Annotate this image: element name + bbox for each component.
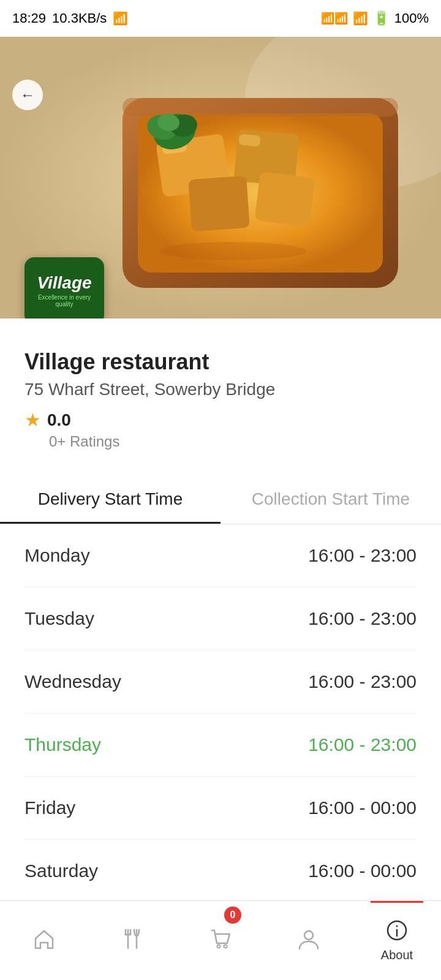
logo-name: Village [37, 274, 91, 292]
hours-friday: 16:00 - 00:00 [308, 797, 417, 818]
main-scroll: ← Village Excellence in every quality Vi… [0, 37, 441, 980]
tab-collection[interactable]: Collection Start Time [221, 475, 441, 524]
schedule-row-wednesday: Wednesday 16:00 - 23:00 [24, 650, 417, 714]
rating-value: 0.0 [47, 410, 71, 430]
schedule-row-saturday: Saturday 16:00 - 00:00 [24, 840, 417, 903]
bottom-nav: 0 About [0, 900, 441, 980]
logo-tagline: Excellence in every quality [31, 294, 98, 307]
restaurant-logo: Village Excellence in every quality [24, 257, 104, 318]
tabs-container: Delivery Start Time Collection Start Tim… [0, 475, 441, 524]
svg-point-15 [159, 242, 306, 260]
signal-strength: 📶📶 [321, 12, 348, 25]
battery-percent: 100% [394, 10, 429, 26]
svg-rect-4 [123, 98, 398, 116]
day-saturday: Saturday [24, 861, 98, 881]
hours-thursday: 16:00 - 23:00 [308, 734, 417, 755]
day-friday: Friday [24, 797, 75, 818]
about-label: About [381, 948, 413, 962]
schedule-row-tuesday: Tuesday 16:00 - 23:00 [24, 587, 417, 650]
battery-icon: 🔋 [373, 10, 390, 26]
nav-profile[interactable] [265, 901, 353, 980]
content-card: Village restaurant 75 Wharf Street, Sowe… [0, 318, 441, 931]
day-monday: Monday [24, 545, 90, 566]
wifi-icon: 📶 [353, 11, 368, 26]
nav-about[interactable]: About [353, 901, 441, 980]
restaurant-address: 75 Wharf Street, Sowerby Bridge [24, 380, 417, 399]
back-button[interactable]: ← [12, 80, 43, 110]
nav-home[interactable] [0, 901, 88, 980]
svg-rect-10 [238, 134, 260, 147]
back-arrow-icon: ← [20, 86, 35, 104]
svg-rect-8 [254, 172, 315, 227]
status-right: 📶📶 📶 🔋 100% [321, 10, 429, 26]
cart-badge: 0 [224, 907, 241, 924]
nav-menu[interactable] [88, 901, 176, 980]
day-wednesday: Wednesday [24, 671, 121, 692]
restaurant-name: Village restaurant [24, 349, 417, 375]
schedule-row-friday: Friday 16:00 - 00:00 [24, 777, 417, 840]
day-thursday: Thursday [24, 734, 101, 755]
schedule-row-thursday: Thursday 16:00 - 23:00 [24, 714, 417, 777]
nav-cart[interactable]: 0 [176, 901, 265, 980]
svg-point-27 [396, 925, 398, 927]
status-left: 18:29 10.3KB/s 📶 [12, 10, 128, 26]
restaurant-info: Village restaurant 75 Wharf Street, Sowe… [0, 318, 441, 462]
home-icon [32, 927, 56, 954]
fork-knife-icon [121, 927, 144, 954]
svg-rect-7 [188, 176, 250, 232]
schedule-list: Monday 16:00 - 23:00 Tuesday 16:00 - 23:… [0, 524, 441, 903]
hours-monday: 16:00 - 23:00 [308, 545, 417, 566]
status-bar: 18:29 10.3KB/s 📶 📶📶 📶 🔋 100% [0, 0, 441, 37]
svg-point-24 [304, 931, 313, 940]
rating-row: ★ 0.0 [24, 409, 417, 431]
rating-count: 0+ Ratings [49, 433, 417, 450]
star-icon: ★ [24, 409, 41, 431]
tab-delivery[interactable]: Delivery Start Time [0, 475, 221, 524]
hero-image: ← Village Excellence in every quality [0, 37, 441, 318]
cart-icon [209, 927, 232, 954]
signal-icons: 📶 [113, 11, 128, 26]
svg-point-23 [224, 944, 227, 948]
schedule-row-monday: Monday 16:00 - 23:00 [24, 524, 417, 587]
day-tuesday: Tuesday [24, 608, 94, 629]
svg-point-22 [217, 944, 221, 948]
time-display: 18:29 [12, 10, 46, 26]
about-icon [385, 919, 409, 946]
hours-saturday: 16:00 - 00:00 [308, 861, 417, 881]
profile-icon [297, 927, 320, 954]
hours-tuesday: 16:00 - 23:00 [308, 608, 417, 629]
data-speed: 10.3KB/s [52, 10, 107, 26]
hours-wednesday: 16:00 - 23:00 [308, 671, 417, 692]
